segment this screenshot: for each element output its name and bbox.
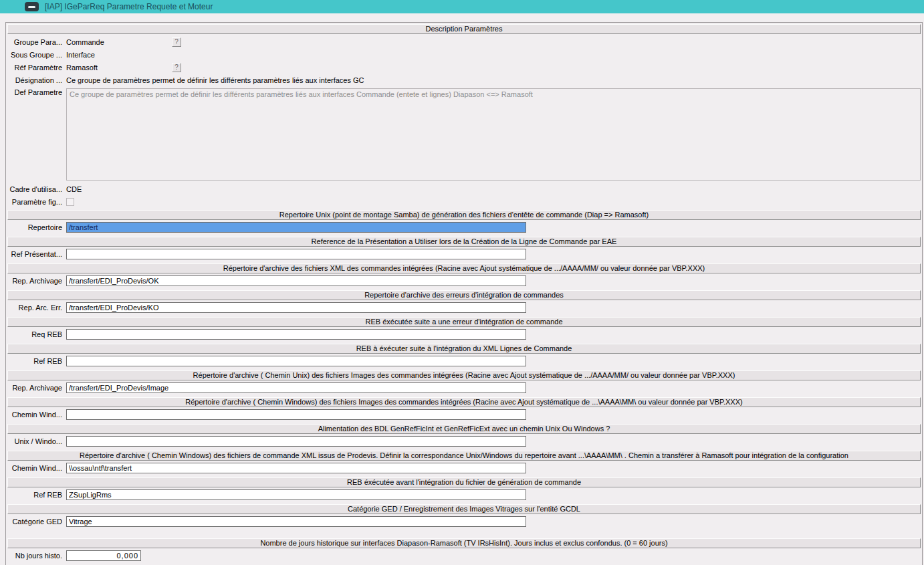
- param-section-alimentation-bdl: Alimentation des BDL GenRefFicInt et Gen…: [6, 424, 922, 447]
- field-label: Repertoire: [6, 223, 66, 231]
- section-header: Répertoire d'archive des fichiers XML de…: [7, 263, 921, 273]
- ref-parametre-label: Réf Paramètre: [6, 64, 66, 72]
- field-row-cadre-utilisation: Cadre d'utilisa... CDE: [6, 185, 922, 193]
- field-label: Req REB: [6, 330, 66, 338]
- window-title: [IAP] IGeParReq Parametre Requete et Mot…: [45, 2, 213, 11]
- field-label: Chemin Wind...: [6, 411, 66, 419]
- param-section-repertoire-unix: Repertoire Unix (point de montage Samba)…: [6, 210, 922, 233]
- nb-jours-histo-input[interactable]: [66, 550, 141, 561]
- rep-archivage-input[interactable]: [66, 275, 526, 286]
- groupe-parametre-value: Commande: [66, 38, 104, 46]
- groupe-parametre-help-button[interactable]: ?: [172, 37, 181, 47]
- rep-archivage-image-input[interactable]: [66, 382, 526, 393]
- field-row-groupe-parametre: Groupe Para... Commande ?: [6, 37, 922, 46]
- cadre-utilisation-label: Cadre d'utilisa...: [6, 185, 66, 193]
- categorie-ged-input[interactable]: [66, 516, 526, 527]
- field-label: Ref REB: [6, 491, 66, 499]
- parameters-form-panel: Description Paramètres Groupe Para... Co…: [5, 22, 923, 565]
- ref-presentation-input[interactable]: [66, 249, 526, 259]
- section-header: Repertoire d'archive des erreurs d'intég…: [7, 290, 921, 300]
- collapse-icon: [28, 6, 35, 8]
- section-header-description: Description Paramètres: [7, 24, 921, 34]
- field-label: Chemin Wind...: [6, 464, 66, 472]
- param-section-ref-presentation: Reference de la Présentation a Utiliser …: [6, 237, 922, 259]
- chemin-windows-images-input[interactable]: [66, 409, 526, 420]
- section-header: Catégorie GED / Enregistrement des Image…: [7, 504, 921, 514]
- field-label: Catégorie GED: [6, 518, 66, 526]
- section-header: Repertoire Unix (point de montage Samba)…: [7, 210, 921, 220]
- def-parametre-label: Def Parametre: [6, 88, 66, 97]
- chemin-windows-commande-input[interactable]: [66, 463, 526, 473]
- field-row-designation: Désignation ... Ce groupe de paramètres …: [6, 76, 922, 84]
- param-section-rep-archivage-xml: Répertoire d'archive des fichiers XML de…: [6, 263, 922, 286]
- section-header: Répertoire d'archive ( Chemin Unix) des …: [7, 370, 921, 380]
- ref-reb-avant-input[interactable]: [66, 489, 526, 500]
- field-label: Unix / Windo...: [6, 437, 66, 445]
- ref-parametre-help-button[interactable]: ?: [172, 63, 181, 72]
- ref-parametre-value: Ramasoft: [66, 64, 98, 72]
- req-reb-input[interactable]: [66, 329, 526, 340]
- field-row-def-parametre: Def Parametre Ce groupe de paramètres pe…: [6, 88, 922, 181]
- def-parametre-textarea[interactable]: Ce groupe de paramètres permet de défini…: [66, 88, 921, 181]
- parametre-fige-checkbox[interactable]: [66, 198, 74, 206]
- param-section-req-reb-erreur: REB éxécutée suite a une erreur d'intégr…: [6, 317, 922, 340]
- section-header: Répertoire d'archive ( Chemin Windows) d…: [7, 451, 921, 461]
- window-menu-icon[interactable]: [25, 2, 39, 11]
- section-header: REB éxécutée avant l'intégration du fich…: [7, 477, 921, 487]
- ref-reb-input[interactable]: [66, 356, 526, 366]
- param-section-rep-archive-erreurs: Repertoire d'archive des erreurs d'intég…: [6, 290, 922, 313]
- field-row-ref-parametre: Réf Paramètre Ramasoft ?: [6, 63, 922, 72]
- section-header: REB à éxécuter suite à l'intégration du …: [7, 344, 921, 354]
- section-header: REB éxécutée suite a une erreur d'intégr…: [7, 317, 921, 327]
- field-label: Rep. Arc. Err.: [6, 304, 66, 312]
- param-section-nb-jours-historique: Nombre de jours historique sur interface…: [6, 538, 922, 561]
- sous-groupe-label: Sous Groupe ...: [6, 51, 66, 59]
- field-label: Rep. Archivage: [6, 277, 66, 285]
- field-row-parametre-fige: Paramètre fig...: [6, 197, 922, 206]
- field-label: Rep. Archivage: [6, 384, 66, 392]
- designation-label: Désignation ...: [6, 76, 66, 84]
- groupe-parametre-label: Groupe Para...: [6, 38, 66, 46]
- parametre-fige-label: Paramètre fig...: [6, 198, 66, 206]
- field-row-sous-groupe: Sous Groupe ... Interface: [6, 50, 922, 59]
- section-header: Alimentation des BDL GenRefFicInt et Gen…: [7, 424, 921, 434]
- unix-windows-input[interactable]: [66, 436, 526, 447]
- field-label: Ref Présentat...: [6, 250, 66, 258]
- param-section-categorie-ged: Catégorie GED / Enregistrement des Image…: [6, 504, 922, 527]
- sous-groupe-value: Interface: [66, 51, 95, 59]
- repertoire-input[interactable]: [66, 222, 526, 233]
- field-label: Ref REB: [6, 357, 66, 365]
- section-header: Reference de la Présentation a Utiliser …: [7, 237, 921, 247]
- designation-value: Ce groupe de paramètres permet de défini…: [66, 76, 364, 84]
- param-section-rep-archive-images-unix: Répertoire d'archive ( Chemin Unix) des …: [6, 370, 922, 393]
- param-section-rep-archive-images-windows: Répertoire d'archive ( Chemin Windows) d…: [6, 397, 922, 420]
- section-header: Répertoire d'archive ( Chemin Windows) d…: [7, 397, 921, 407]
- rep-arc-err-input[interactable]: [66, 302, 526, 313]
- param-section-ref-reb-integration: REB à éxécuter suite à l'intégration du …: [6, 344, 922, 366]
- window-titlebar[interactable]: [IAP] IGeParReq Parametre Requete et Mot…: [0, 0, 924, 13]
- param-section-rep-archive-commande-windows: Répertoire d'archive ( Chemin Windows) d…: [6, 451, 922, 473]
- field-label: Nb jours histo.: [6, 552, 66, 560]
- cadre-utilisation-value: CDE: [66, 185, 82, 193]
- param-section-reb-avant-integration: REB éxécutée avant l'intégration du fich…: [6, 477, 922, 500]
- section-header: Nombre de jours historique sur interface…: [7, 538, 921, 548]
